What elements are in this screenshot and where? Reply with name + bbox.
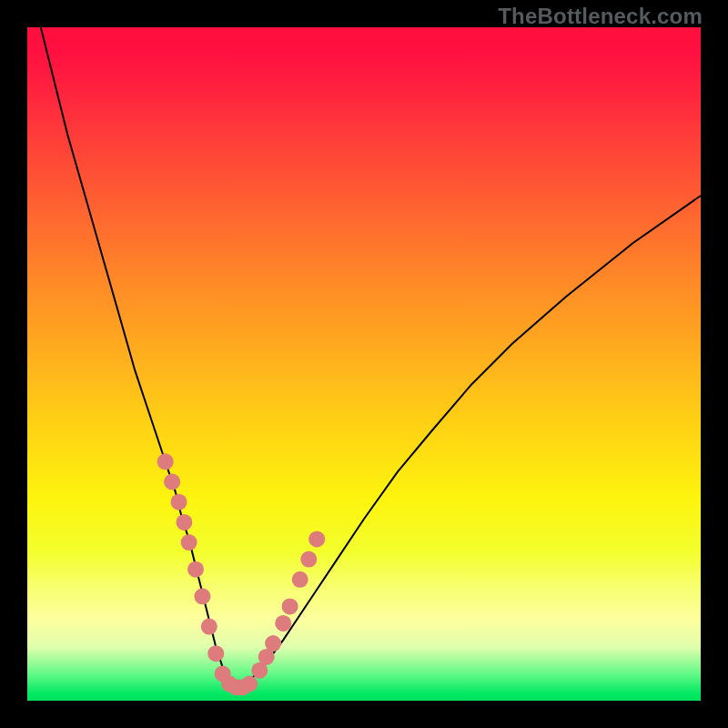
curve-marker	[282, 598, 298, 614]
curve-marker	[187, 561, 204, 578]
curve-marker	[171, 494, 187, 511]
chart-frame: TheBottleneck.com	[0, 0, 728, 728]
curve-marker	[157, 453, 174, 470]
curve-marker	[194, 588, 210, 604]
curve-marker	[164, 474, 180, 490]
curve-marker	[176, 514, 192, 531]
attribution-text: TheBottleneck.com	[498, 4, 703, 29]
curve-marker	[181, 534, 197, 551]
curve-marker	[241, 676, 258, 693]
curve-marker	[300, 551, 317, 568]
curve-marker	[308, 531, 325, 547]
bottleneck-curve	[41, 27, 701, 687]
plot-area	[27, 27, 701, 701]
curve-marker	[207, 645, 224, 662]
curve-layer	[27, 27, 701, 701]
curve-marker	[275, 615, 291, 632]
curve-marker	[265, 635, 281, 652]
curve-markers	[157, 453, 326, 695]
curve-marker	[201, 619, 217, 635]
curve-marker	[292, 571, 308, 588]
